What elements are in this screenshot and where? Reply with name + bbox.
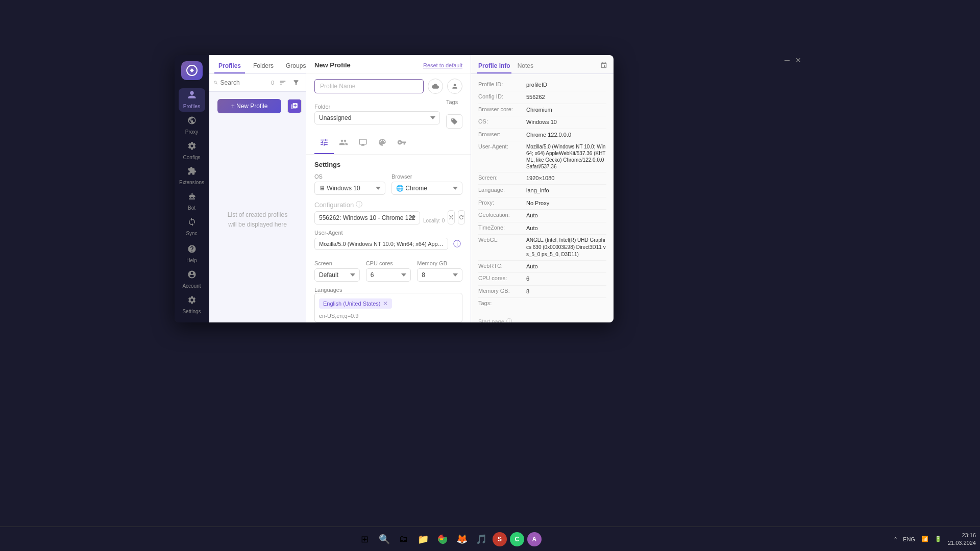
system-tray-expand[interactable]: ^	[894, 536, 897, 542]
sidebar-item-label: Sync	[186, 231, 197, 236]
tab-profiles[interactable]: Profiles	[214, 59, 245, 73]
new-profile-extra-btn[interactable]	[287, 99, 302, 113]
info-row-webgl: WebGL: ANGLE (Intel, Intel(R) UHD Graphi…	[478, 235, 606, 261]
network-icon: 📶	[921, 536, 928, 542]
screen-group: Screen Default	[314, 260, 360, 282]
screen-select[interactable]: Default	[314, 268, 360, 282]
form-header: New Profile Reset to default	[306, 55, 471, 73]
tags-label: Tags	[446, 99, 462, 105]
profiles-panel: Profiles Folders Groups 0	[209, 55, 306, 322]
info-row-config-id: Config ID: 556262	[478, 91, 606, 104]
taskbar-date-value: 21.03.2024	[948, 539, 976, 546]
os-label: OS	[314, 173, 385, 180]
tags-button[interactable]	[446, 114, 462, 129]
sidebar-item-label: Configs	[183, 155, 201, 160]
sidebar-item-label: Profiles	[183, 104, 200, 109]
person-icon-btn[interactable]	[447, 79, 462, 94]
cpu-group: CPU cores 6	[366, 260, 411, 282]
sidebar-item-profiles[interactable]: Profiles	[179, 88, 205, 112]
tab-folders[interactable]: Folders	[249, 59, 278, 73]
info-row-os: OS: Windows 10	[478, 116, 606, 129]
languages-label: Languages	[314, 287, 462, 293]
taskbar-start-btn[interactable]: ⊞	[357, 531, 373, 547]
sidebar-item-sync[interactable]: Sync	[179, 215, 205, 238]
search-input[interactable]	[220, 79, 269, 86]
sidebar-item-proxy[interactable]: Proxy	[179, 114, 205, 137]
bot-icon	[187, 192, 197, 204]
folder-select[interactable]: Unassigned	[314, 111, 440, 124]
sidebar-item-configs[interactable]: Configs	[179, 139, 205, 162]
new-profile-row: + New Profile	[209, 92, 306, 117]
start-page-label: Start page ⓘ	[478, 317, 606, 322]
profile-name-input[interactable]	[314, 79, 424, 93]
sidebar-item-label: Account	[182, 283, 201, 289]
tab-notes[interactable]: Notes	[517, 59, 534, 73]
os-select[interactable]: 🖥 Windows 10	[314, 182, 385, 195]
taskbar-time-value: 23:16	[948, 532, 976, 539]
sidebar-item-bot[interactable]: Bot	[179, 190, 205, 213]
taskbar-files-btn[interactable]: 🗂	[396, 531, 412, 547]
refresh-config-btn[interactable]	[458, 210, 465, 224]
taskbar-search-btn[interactable]: 🔍	[376, 531, 393, 547]
languages-section: Languages English (United States) ✕ en-U…	[314, 287, 462, 322]
settings-tab-general[interactable]	[314, 134, 334, 154]
sidebar-item-settings[interactable]: Settings	[179, 293, 205, 316]
taskbar-app2-btn[interactable]: C	[510, 532, 524, 546]
tags-wrap: Tags	[446, 99, 462, 129]
app-logo	[181, 61, 203, 80]
taskbar-folder-btn[interactable]: 📁	[415, 531, 431, 547]
shuffle-config-btn[interactable]	[448, 210, 455, 224]
taskbar-app1-btn[interactable]: S	[493, 532, 507, 546]
search-input-wrap: 0	[213, 79, 274, 86]
filter-button[interactable]	[290, 77, 302, 88]
info-row-browser: Browser: Chrome 122.0.0.0	[478, 129, 606, 141]
taskbar-app3-btn[interactable]: A	[527, 532, 542, 546]
taskbar-music-btn[interactable]: 🎵	[473, 531, 489, 547]
search-actions	[277, 77, 302, 88]
start-page-help-icon: ⓘ	[506, 317, 512, 322]
search-bar: 0	[209, 74, 306, 92]
new-profile-button[interactable]: + New Profile	[217, 99, 281, 113]
config-row: Configuration ⓘ 556262: Windows 10 - Chr…	[314, 200, 462, 224]
sidebar-item-account[interactable]: Account	[179, 268, 205, 291]
info-row-screen: Screen: 980×551	[478, 172, 606, 185]
reset-link[interactable]: Reset to default	[423, 62, 462, 68]
browser-select[interactable]: 🌐 Chrome	[391, 182, 462, 195]
close-button[interactable]: ✕	[794, 56, 802, 64]
taskbar-chrome-btn[interactable]	[434, 531, 451, 547]
language-indicator: ENG	[903, 536, 915, 542]
settings-tab-key[interactable]	[392, 134, 411, 154]
settings-tab-display[interactable]	[353, 134, 373, 154]
useragent-input[interactable]	[314, 238, 448, 250]
sort-button[interactable]	[277, 77, 288, 88]
settings-icon	[187, 295, 197, 307]
settings-tab-color[interactable]	[373, 134, 392, 154]
info-tab-icon[interactable]	[600, 62, 607, 71]
useragent-row: ⓘ	[314, 238, 462, 250]
start-page-section: Start page ⓘ	[471, 313, 614, 322]
info-row-useragent: User-Agent: Mozilla/5.0 (Windows NT 10.0…	[478, 141, 606, 172]
config-select[interactable]: 556262: Windows 10 - Chrome 122	[314, 211, 420, 224]
browser-label: Browser	[391, 173, 462, 180]
sync-icon	[187, 217, 197, 229]
info-row-geolocation: Geolocation: Auto	[478, 210, 606, 222]
settings-tab-users[interactable]	[334, 134, 353, 154]
cloud-icon-btn[interactable]	[428, 79, 443, 94]
taskbar-firefox-btn[interactable]: 🦊	[454, 531, 470, 547]
sidebar-item-help[interactable]: Help	[179, 242, 205, 266]
info-row-proxy: Proxy: No Proxy	[478, 197, 606, 210]
sidebar-item-extensions[interactable]: Extensions	[179, 164, 205, 188]
locally-label: Locally: 0	[423, 218, 445, 223]
memory-select[interactable]: 8	[417, 268, 462, 282]
useragent-help-btn[interactable]: ⓘ	[451, 238, 462, 249]
settings-tabs	[306, 134, 471, 155]
info-row-browser-core: Browser core: Chromium	[478, 104, 606, 116]
remove-lang-btn[interactable]: ✕	[383, 300, 388, 307]
tab-profile-info[interactable]: Profile info	[477, 59, 511, 73]
settings-title: Settings	[314, 161, 462, 168]
minimize-button[interactable]: ─	[783, 56, 791, 64]
info-row-cpu-cores: CPU cores: 6	[478, 273, 606, 285]
info-row-memory-gb: Memory GB: 8	[478, 286, 606, 298]
cpu-select[interactable]: 6	[366, 268, 411, 282]
sidebar-item-label: Bot	[188, 205, 195, 211]
